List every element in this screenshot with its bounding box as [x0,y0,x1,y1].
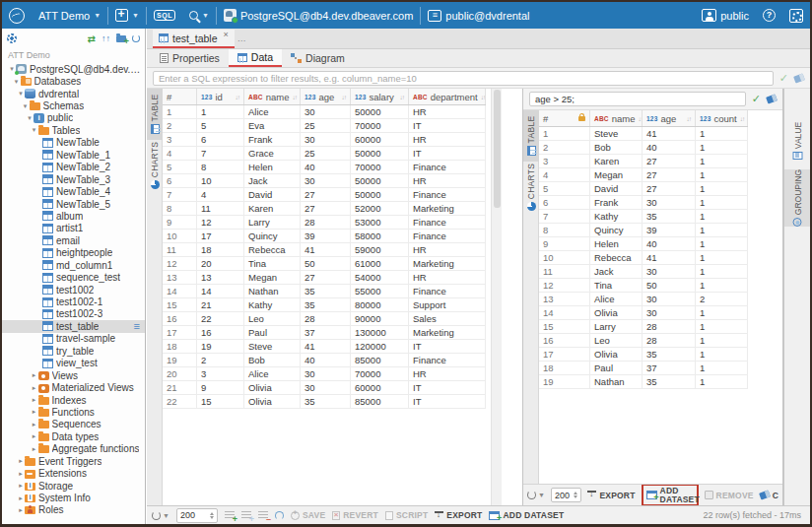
tree-item-test-table[interactable]: test_table≡ [2,320,145,332]
data-cell[interactable]: 21 [197,298,244,311]
row-number-cell[interactable]: 16 [539,334,590,347]
data-cell[interactable]: 27 [643,155,696,167]
data-cell[interactable]: Jack [244,174,301,187]
tree-item-travel-sample[interactable]: travel-sample [2,333,145,345]
expand-arrow-icon[interactable]: ▾ [13,78,21,86]
add-row-icon[interactable] [225,511,235,520]
expand-arrow-icon[interactable]: ▾ [31,126,38,134]
data-cell[interactable]: Quincy [244,230,301,242]
data-cell[interactable]: Karen [244,202,301,215]
data-cell[interactable]: Paul [590,362,643,374]
data-cell[interactable]: Helen [590,237,643,250]
close-icon[interactable]: × [224,30,229,39]
tab-value-panel[interactable]: VALUE [784,112,811,169]
grouping-filter-input[interactable] [529,92,746,106]
link-editor-icon[interactable]: ⇄ [88,33,96,44]
grouping-add-dataset-button[interactable]: ADD DATASET [646,487,694,504]
data-cell[interactable]: Frank [590,196,643,209]
data-cell[interactable]: 13 [197,271,244,284]
tree-item-system-info[interactable]: ▸System Info [2,492,145,503]
row-number-cell[interactable]: 9 [539,237,590,250]
data-cell[interactable]: Nathan [244,285,301,297]
data-cell[interactable]: 3 [197,367,244,380]
tree-item-test1002-3[interactable]: test1002-3 [2,308,145,320]
data-cell[interactable]: 41 [643,127,696,140]
data-cell[interactable]: 55000 [351,285,409,297]
data-cell[interactable]: 27 [301,188,351,201]
data-cell[interactable]: 30 [301,105,351,118]
data-cell[interactable]: 39 [643,224,696,236]
data-cell[interactable]: 58000 [351,230,409,242]
active-connection-selector[interactable]: PostgreSQL@db4.dev.dbeaver.com [217,2,420,29]
data-cell[interactable]: 1 [696,320,748,333]
data-cell[interactable]: Frank [244,133,301,146]
sort-icon[interactable]: ↓↑ [342,94,347,100]
tree-item-email[interactable]: email [2,234,145,246]
data-cell[interactable]: Rebecca [244,243,301,256]
data-cell[interactable]: 16 [197,326,244,339]
expand-arrow-icon[interactable]: ▾ [26,114,34,122]
data-cell[interactable]: 52000 [351,202,409,215]
row-number-cell[interactable]: 14 [163,285,197,297]
data-cell[interactable]: Nathan [590,375,643,388]
tree-item-view-test[interactable]: view_test [2,358,145,369]
data-cell[interactable]: 61000 [351,257,409,270]
tab-overflow-icon[interactable]: … [235,33,249,43]
tree-item-newtable[interactable]: NewTable [2,137,145,149]
row-number-cell[interactable]: 17 [163,326,197,339]
data-cell[interactable]: 40 [301,354,351,366]
data-cell[interactable]: HR [409,133,486,146]
duplicate-row-icon[interactable] [241,511,251,520]
grouping-remove-button[interactable]: REMOVE [705,491,754,500]
row-number-cell[interactable]: 12 [163,257,197,270]
row-number-cell[interactable]: 5 [163,161,197,173]
expand-arrow-icon[interactable]: ▸ [31,408,38,416]
help-button[interactable]: ? [756,9,782,22]
grouping-clear-button[interactable]: C [760,491,778,500]
row-number-cell[interactable]: 6 [163,174,197,187]
tree-item-album[interactable]: album [2,210,145,222]
row-number-cell[interactable]: 12 [539,279,590,292]
data-cell[interactable]: 130000 [351,326,409,339]
data-cell[interactable]: HR [409,105,486,118]
tab-data[interactable]: Data [229,49,282,67]
data-cell[interactable]: Finance [409,188,486,201]
data-cell[interactable]: 1 [696,127,748,140]
data-cell[interactable]: Bob [244,354,301,366]
new-folder-icon[interactable] [116,35,126,42]
data-cell[interactable]: HR [409,367,486,380]
search-button[interactable]: ▼ [182,2,216,29]
data-cell[interactable]: 28 [301,216,351,229]
row-number-cell[interactable]: 18 [539,362,590,374]
data-cell[interactable]: 30 [643,196,696,209]
row-number-cell[interactable]: 14 [539,306,590,319]
data-cell[interactable]: 70000 [351,367,409,380]
tree-item-md-column1[interactable]: md_column1 [2,259,145,271]
data-cell[interactable]: Grace [244,147,301,160]
data-cell[interactable]: Steve [590,127,643,140]
tree-item-storage[interactable]: ▸Storage [2,480,145,492]
row-number-cell[interactable]: 6 [539,196,590,209]
expand-arrow-icon[interactable]: ▸ [31,421,38,428]
auto-refresh-icon[interactable] [275,511,284,520]
data-cell[interactable]: 35 [643,375,696,388]
data-cell[interactable]: 37 [643,362,696,374]
row-number-cell[interactable]: 4 [163,147,197,160]
data-cell[interactable]: Quincy [590,224,643,236]
data-cell[interactable]: Finance [409,216,486,229]
data-cell[interactable]: 40 [301,161,351,173]
data-cell[interactable]: Finance [409,354,486,366]
data-cell[interactable]: 30 [301,174,351,187]
row-number-cell[interactable]: 16 [163,312,197,325]
grouping-refresh-button[interactable]: ▼ [527,491,545,499]
data-cell[interactable]: 40 [643,237,696,250]
row-number-cell[interactable]: 4 [539,168,590,181]
data-cell[interactable]: Olivia [590,348,643,361]
expand-arrow-icon[interactable]: ▾ [22,102,30,110]
data-cell[interactable]: Alice [244,105,301,118]
data-cell[interactable]: 18 [197,243,244,256]
row-number-cell[interactable]: 8 [163,202,197,215]
navigator-settings-icon[interactable] [7,33,17,43]
row-number-cell[interactable]: 7 [539,210,590,223]
data-cell[interactable]: 28 [643,320,696,333]
